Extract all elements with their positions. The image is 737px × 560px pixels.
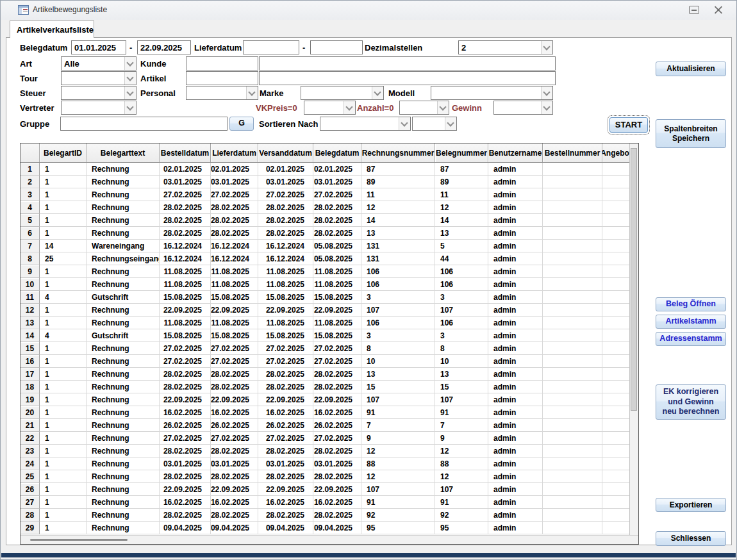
row-number[interactable]: 24 [21, 457, 40, 470]
row-number[interactable]: 27 [21, 496, 40, 509]
row-number[interactable]: 25 [21, 470, 40, 483]
table-row[interactable]: 191Rechnung22.09.202522.09.202522.09.202… [21, 393, 638, 406]
column-header-Belegarttext[interactable]: Belegarttext [87, 144, 160, 162]
vkpreis-select[interactable] [304, 101, 356, 115]
adressenstamm-button[interactable]: Adressenstamm [656, 332, 726, 346]
lieferdatum-to-input[interactable] [310, 40, 363, 54]
table-row[interactable]: 61Rechnung28.02.202528.02.202528.02.2025… [21, 227, 638, 240]
kunde-name-input[interactable] [259, 56, 556, 70]
column-header-Belegdatum[interactable]: Belegdatum [313, 144, 361, 162]
anzahl-select[interactable] [399, 101, 449, 115]
row-number[interactable]: 16 [21, 355, 40, 368]
art-select[interactable]: Alle [61, 56, 137, 70]
table-row[interactable]: 41Rechnung28.02.202528.02.202528.02.2025… [21, 201, 638, 214]
row-number[interactable]: 12 [21, 304, 40, 317]
table-row[interactable]: 211Rechnung26.02.202526.02.202526.02.202… [21, 419, 638, 432]
row-number[interactable]: 6 [21, 227, 40, 240]
artikelstamm-button[interactable]: Artikelstamm [656, 315, 726, 329]
modell-select[interactable] [431, 86, 553, 100]
tour-select[interactable] [61, 71, 137, 85]
table-row[interactable]: 825Rechnungseingang16.12.202416.12.20241… [21, 252, 638, 265]
table-row[interactable]: 221Rechnung27.02.202527.02.202527.02.202… [21, 432, 638, 445]
row-number[interactable]: 1 [21, 163, 40, 176]
belegdatum-to-input[interactable] [137, 40, 191, 54]
row-number[interactable]: 5 [21, 214, 40, 227]
row-number[interactable]: 22 [21, 432, 40, 445]
tab-artikelverkaufsliste[interactable]: Artikelverkaufsliste [10, 21, 94, 38]
column-header-Benutzername[interactable]: Benutzername [488, 144, 543, 162]
ek-korrigieren-button[interactable]: EK korrigieren und Gewinn neu berechnen [656, 384, 726, 420]
gruppe-picker-button[interactable]: G [229, 117, 254, 131]
vertical-scrollbar-thumb[interactable] [631, 148, 637, 411]
row-number[interactable]: 29 [21, 522, 40, 534]
table-row[interactable]: 101Rechnung11.08.202511.08.202511.08.202… [21, 278, 638, 291]
gruppe-input[interactable] [60, 117, 228, 131]
table-row[interactable]: 251Rechnung28.02.202528.02.202528.02.202… [21, 470, 638, 483]
row-number[interactable]: 8 [21, 252, 40, 265]
row-number[interactable]: 10 [21, 278, 40, 291]
artikel-name-input[interactable] [259, 71, 556, 85]
row-number[interactable]: 4 [21, 201, 40, 214]
table-row[interactable]: 11Rechnung02.01.202502.01.202502.01.2025… [21, 163, 638, 176]
row-number[interactable]: 20 [21, 406, 40, 419]
table-row[interactable]: 31Rechnung27.02.202527.02.202527.02.2025… [21, 188, 638, 201]
row-number[interactable]: 26 [21, 483, 40, 496]
artikel-input[interactable] [186, 71, 258, 85]
row-number[interactable]: 13 [21, 317, 40, 329]
row-number[interactable]: 17 [21, 368, 40, 381]
row-number[interactable]: 11 [21, 291, 40, 304]
table-row[interactable]: 144Gutschrift15.08.202515.08.202515.08.2… [21, 329, 638, 342]
horizontal-scrollbar[interactable] [21, 535, 638, 544]
steuer-select[interactable] [61, 86, 137, 100]
table-row[interactable]: 181Rechnung28.02.202528.02.202528.02.202… [21, 381, 638, 393]
close-window-button[interactable] [713, 6, 724, 14]
row-number[interactable]: 28 [21, 509, 40, 522]
row-number[interactable]: 7 [21, 240, 40, 252]
lieferdatum-from-input[interactable] [243, 40, 299, 54]
table-row[interactable]: 281Rechnung28.02.202528.02.202528.02.202… [21, 509, 638, 522]
row-number[interactable]: 3 [21, 188, 40, 201]
table-row[interactable]: 21Rechnung03.01.202503.01.202503.01.2025… [21, 176, 638, 188]
vertical-scrollbar[interactable] [629, 144, 638, 536]
column-header-rownum[interactable] [21, 144, 40, 162]
row-number[interactable]: 21 [21, 419, 40, 432]
belegdatum-from-input[interactable] [71, 40, 126, 54]
column-header-Lieferdatum[interactable]: Lieferdatum [211, 144, 258, 162]
row-number[interactable]: 15 [21, 342, 40, 355]
row-number[interactable]: 2 [21, 176, 40, 188]
table-row[interactable]: 714Wareneingang16.12.202416.12.202416.12… [21, 240, 638, 252]
schliessen-button[interactable]: Schliessen [656, 531, 726, 546]
table-row[interactable]: 261Rechnung22.09.202522.09.202522.09.202… [21, 483, 638, 496]
start-button[interactable]: START [609, 117, 648, 133]
row-number[interactable]: 19 [21, 393, 40, 406]
sortieren-select-1[interactable] [320, 117, 411, 131]
sortieren-select-2[interactable] [412, 117, 457, 131]
table-row[interactable]: 91Rechnung11.08.202511.08.202511.08.2025… [21, 265, 638, 278]
exportieren-button[interactable]: Exportieren [656, 498, 726, 512]
table-row[interactable]: 231Rechnung28.02.202528.02.202528.02.202… [21, 445, 638, 457]
dezimalstellen-select[interactable]: 2 [458, 40, 553, 54]
column-header-BelegartID[interactable]: BelegartID [40, 144, 87, 162]
table-row[interactable]: 121Rechnung22.09.202522.09.202522.09.202… [21, 304, 638, 317]
table-row[interactable]: 51Rechnung28.02.202528.02.202528.02.2025… [21, 214, 638, 227]
column-header-Rechnungsnummer[interactable]: Rechnungsnummer [361, 144, 435, 162]
column-header-Angebot[interactable]: Angebot [602, 144, 630, 162]
row-number[interactable]: 14 [21, 329, 40, 342]
column-header-Bestelldatum[interactable]: Bestelldatum [160, 144, 211, 162]
table-row[interactable]: 201Rechnung16.02.202516.02.202516.02.202… [21, 406, 638, 419]
column-header-Belegnummer[interactable]: Belegnummer [435, 144, 488, 162]
personal-select[interactable] [186, 86, 258, 100]
table-row[interactable]: 161Rechnung27.02.202527.02.202527.02.202… [21, 355, 638, 368]
gewinn-select[interactable] [493, 101, 553, 115]
spaltenbreiten-speichern-button[interactable]: Spaltenbreiten Speichern [656, 119, 726, 148]
row-number[interactable]: 18 [21, 381, 40, 393]
beleg-oeffnen-button[interactable]: Beleg Öffnen [656, 297, 726, 311]
column-header-Bestellnummer[interactable]: Bestellnummer [543, 144, 602, 162]
row-number[interactable]: 9 [21, 265, 40, 278]
table-row[interactable]: 114Gutschrift15.08.202515.08.202515.08.2… [21, 291, 638, 304]
table-row[interactable]: 151Rechnung27.02.202527.02.202527.02.202… [21, 342, 638, 355]
kunde-input[interactable] [186, 56, 258, 70]
row-number[interactable]: 23 [21, 445, 40, 457]
table-row[interactable]: 291Rechnung09.04.202509.04.202509.04.202… [21, 522, 638, 534]
table-row[interactable]: 241Rechnung03.01.202503.01.202503.01.202… [21, 457, 638, 470]
